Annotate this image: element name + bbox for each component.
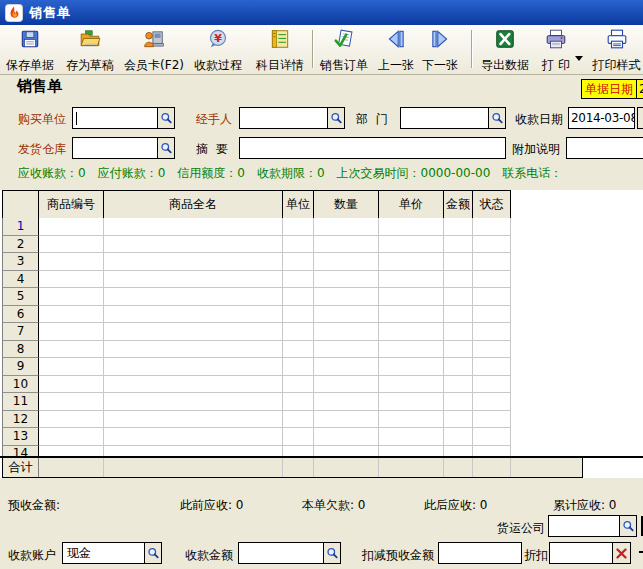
grid-cell[interactable] bbox=[379, 288, 444, 306]
grid-cell[interactable] bbox=[473, 236, 511, 254]
freight-company-input[interactable] bbox=[548, 515, 637, 537]
grid-cell[interactable] bbox=[379, 218, 444, 236]
grid-cell[interactable] bbox=[39, 288, 104, 306]
payment-account-lookup-button[interactable] bbox=[144, 543, 161, 563]
row-number[interactable]: 8 bbox=[3, 341, 39, 359]
grid-cell[interactable] bbox=[379, 271, 444, 289]
next-button[interactable]: 下一张 bbox=[420, 28, 460, 72]
grid-cell[interactable] bbox=[104, 428, 283, 446]
grid-cell[interactable] bbox=[379, 411, 444, 429]
grid-cell[interactable] bbox=[283, 358, 314, 376]
grid-cell[interactable] bbox=[39, 271, 104, 289]
grid-cell[interactable] bbox=[39, 341, 104, 359]
row-number[interactable]: 1 bbox=[3, 218, 39, 236]
grid-cell[interactable] bbox=[283, 306, 314, 324]
grid-cell[interactable] bbox=[379, 393, 444, 411]
grid-cell[interactable] bbox=[444, 253, 473, 271]
grid-cell[interactable] bbox=[314, 323, 379, 341]
grid-cell[interactable] bbox=[314, 358, 379, 376]
receipt-date-input[interactable]: 2014-03-08 bbox=[568, 107, 635, 129]
row-number[interactable]: 9 bbox=[3, 358, 39, 376]
row-number[interactable]: 13 bbox=[3, 428, 39, 446]
buyer-input[interactable] bbox=[72, 107, 175, 129]
row-number[interactable]: 2 bbox=[3, 236, 39, 254]
grid-cell[interactable] bbox=[444, 428, 473, 446]
grid-cell[interactable] bbox=[104, 376, 283, 394]
grid-cell[interactable] bbox=[283, 271, 314, 289]
grid-cell[interactable] bbox=[39, 411, 104, 429]
member-card-button[interactable]: 会员卡(F2) bbox=[122, 28, 186, 72]
grid-cell[interactable] bbox=[283, 323, 314, 341]
grid-cell[interactable] bbox=[444, 218, 473, 236]
grid-cell[interactable] bbox=[473, 306, 511, 324]
grid-cell[interactable] bbox=[283, 428, 314, 446]
grid-cell[interactable] bbox=[444, 341, 473, 359]
previous-button[interactable]: 上一张 bbox=[376, 28, 416, 72]
grid-cell[interactable] bbox=[444, 288, 473, 306]
grid-cell[interactable] bbox=[283, 411, 314, 429]
grid-cell[interactable] bbox=[39, 446, 104, 457]
grid-cell[interactable] bbox=[104, 446, 283, 457]
grid-cell[interactable] bbox=[104, 236, 283, 254]
save-document-button[interactable]: 保存单据 bbox=[4, 28, 56, 72]
grid-cell[interactable] bbox=[314, 376, 379, 394]
grid-cell[interactable] bbox=[283, 236, 314, 254]
grid-cell[interactable] bbox=[314, 236, 379, 254]
handler-input[interactable] bbox=[239, 107, 345, 129]
grid-cell[interactable] bbox=[314, 393, 379, 411]
grid-cell[interactable] bbox=[379, 428, 444, 446]
grid-cell[interactable] bbox=[39, 358, 104, 376]
payment-amount-input[interactable] bbox=[238, 542, 341, 564]
grid-cell[interactable] bbox=[314, 306, 379, 324]
grid-cell[interactable] bbox=[39, 218, 104, 236]
row-number[interactable]: 14 bbox=[3, 446, 39, 457]
grid-cell[interactable] bbox=[444, 358, 473, 376]
grid-cell[interactable] bbox=[314, 218, 379, 236]
grid-cell[interactable] bbox=[39, 306, 104, 324]
grid-cell[interactable] bbox=[379, 376, 444, 394]
grid-cell[interactable] bbox=[104, 323, 283, 341]
doc-date-button[interactable]: 单据日期 2 bbox=[581, 79, 643, 99]
row-number[interactable]: 7 bbox=[3, 323, 39, 341]
subject-detail-button[interactable]: 科目详情 bbox=[254, 28, 306, 72]
payment-process-button[interactable]: ¥ 收款过程 bbox=[192, 28, 244, 72]
grid-cell[interactable] bbox=[473, 271, 511, 289]
row-number[interactable]: 5 bbox=[3, 288, 39, 306]
freight-lookup-button[interactable] bbox=[619, 516, 636, 536]
export-data-button[interactable]: 导出数据 bbox=[479, 28, 531, 72]
row-number[interactable]: 6 bbox=[3, 306, 39, 324]
grid-cell[interactable] bbox=[473, 393, 511, 411]
grid-cell[interactable] bbox=[283, 288, 314, 306]
receipt-date-dropdown-cut[interactable] bbox=[637, 107, 643, 129]
grid-cell[interactable] bbox=[473, 428, 511, 446]
grid-cell[interactable] bbox=[444, 393, 473, 411]
grid-cell[interactable] bbox=[104, 218, 283, 236]
grid-cell[interactable] bbox=[314, 288, 379, 306]
grid-cell[interactable] bbox=[104, 271, 283, 289]
grid-cell[interactable] bbox=[39, 428, 104, 446]
grid-cell[interactable] bbox=[379, 253, 444, 271]
row-number[interactable]: 12 bbox=[3, 411, 39, 429]
buyer-lookup-button[interactable] bbox=[157, 108, 174, 128]
row-number[interactable]: 11 bbox=[3, 393, 39, 411]
grid-cell[interactable] bbox=[444, 376, 473, 394]
department-lookup-button[interactable] bbox=[488, 108, 505, 128]
grid-cell[interactable] bbox=[104, 341, 283, 359]
print-style-button[interactable]: 打印样式 bbox=[590, 28, 643, 72]
handler-lookup-button[interactable] bbox=[327, 108, 344, 128]
save-as-draft-button[interactable]: 存为草稿 bbox=[62, 28, 118, 72]
grid-cell[interactable] bbox=[473, 253, 511, 271]
grid-cell[interactable] bbox=[314, 446, 379, 457]
grid-cell[interactable] bbox=[283, 218, 314, 236]
grid-cell[interactable] bbox=[104, 358, 283, 376]
warehouse-input[interactable] bbox=[72, 137, 175, 159]
grid-cell[interactable] bbox=[314, 253, 379, 271]
grid-cell[interactable] bbox=[473, 411, 511, 429]
grid-cell[interactable] bbox=[314, 271, 379, 289]
department-input[interactable] bbox=[400, 107, 506, 129]
print-button[interactable]: 打 印 bbox=[537, 28, 575, 72]
grid-cell[interactable] bbox=[283, 446, 314, 457]
payment-account-input[interactable]: 现金 bbox=[62, 542, 162, 564]
grid-cell[interactable] bbox=[444, 306, 473, 324]
row-number[interactable]: 3 bbox=[3, 253, 39, 271]
